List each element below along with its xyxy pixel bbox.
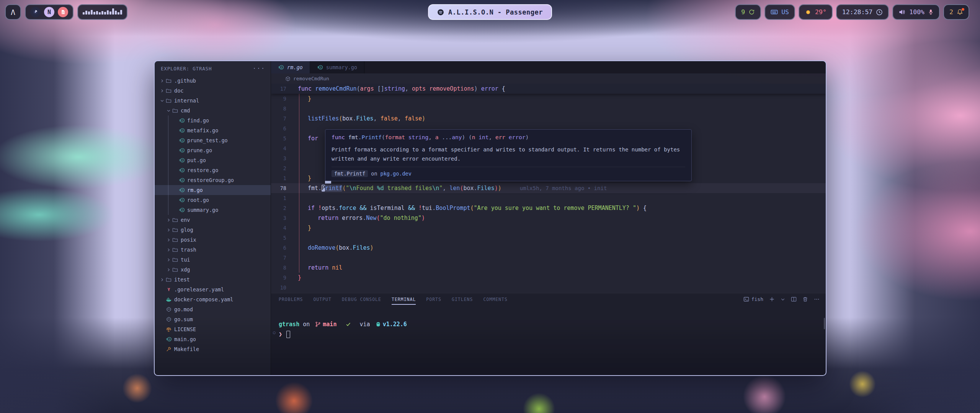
panel-tab-gitlens[interactable]: GITLENS <box>452 297 473 305</box>
panel-tab-terminal[interactable]: TERMINAL <box>392 297 416 305</box>
folder-file-icon <box>165 277 172 283</box>
terminal-content[interactable]: ○ gtrash on main via v1.22.6 ❯ <box>271 305 826 339</box>
code-token: [] <box>374 85 384 92</box>
weather-module[interactable]: 29° <box>799 4 833 20</box>
panel-tab-debug-console[interactable]: DEBUG CONSOLE <box>342 297 381 305</box>
chevron-right-icon[interactable] <box>159 89 165 93</box>
tree-item-main.go[interactable]: Gmain.go <box>155 334 271 344</box>
tree-item-find.go[interactable]: Gfind.go <box>155 115 271 125</box>
chevron-down-icon[interactable] <box>166 109 172 113</box>
tree-item-xdg[interactable]: xdg <box>155 265 271 275</box>
now-playing-module[interactable]: A.L.I.S.O.N - Passenger <box>428 4 552 20</box>
panel-tab-problems[interactable]: PROBLEMS <box>279 297 303 305</box>
tree-item-.goreleaser.yaml[interactable]: Y.goreleaser.yaml <box>155 285 271 294</box>
tree-item-metafix.go[interactable]: Gmetafix.go <box>155 125 271 135</box>
updates-module[interactable]: 9 <box>735 4 761 20</box>
launcher-button[interactable]: Λ <box>5 4 21 20</box>
chevron-right-icon[interactable] <box>166 248 172 252</box>
chevron-right-icon[interactable] <box>166 258 172 262</box>
panel-tab-comments[interactable]: COMMENTS <box>483 297 507 305</box>
tree-item-LICENSE[interactable]: LICENSE <box>155 324 271 334</box>
code-line[interactable]: 10 <box>271 283 826 293</box>
svg-text:G: G <box>181 139 183 142</box>
chevron-down-icon[interactable] <box>781 297 785 302</box>
code-line[interactable]: 9} <box>271 94 826 104</box>
tooltip-link[interactable]: pkg.go.dev <box>381 171 412 177</box>
explorer-more-icon[interactable]: ··· <box>253 65 265 72</box>
tree-item-restore.go[interactable]: Grestore.go <box>155 165 271 175</box>
folder-file-icon <box>172 217 179 223</box>
code-line[interactable]: 7 <box>271 253 826 263</box>
tree-item-restoreGroup.go[interactable]: GrestoreGroup.go <box>155 175 271 185</box>
code-line[interactable]: 8 <box>271 104 826 114</box>
panel-tab-output[interactable]: OUTPUT <box>313 297 332 305</box>
code-line[interactable]: 5 <box>271 233 826 243</box>
code-line[interactable]: 1 <box>271 193 826 203</box>
tree-item-env[interactable]: env <box>155 215 271 225</box>
breadcrumb[interactable]: removeCmdRun <box>271 73 826 84</box>
tree-item-Makefile[interactable]: Makefile <box>155 344 271 354</box>
go-file-icon: G <box>178 167 185 173</box>
chevron-right-icon[interactable] <box>159 278 165 282</box>
workspace-browser-icon[interactable] <box>30 7 41 17</box>
audio-module[interactable]: 100% <box>892 4 940 20</box>
chevron-right-icon[interactable] <box>166 238 172 242</box>
code-line[interactable]: 4} <box>271 223 826 233</box>
tree-item-prune.go[interactable]: Gprune.go <box>155 145 271 155</box>
workspace-notes-icon[interactable] <box>58 7 68 17</box>
code-line[interactable]: 3return errors.New("do nothing") <box>271 213 826 223</box>
tree-item-rm.go[interactable]: Grm.go <box>155 185 271 195</box>
terminal-cursor <box>286 331 290 338</box>
tree-item-go.sum[interactable]: go.sum <box>155 314 271 324</box>
tree-item-internal[interactable]: internal <box>155 96 271 106</box>
code-line[interactable]: 8return nil <box>271 263 826 273</box>
tree-item-root.go[interactable]: Groot.go <box>155 195 271 205</box>
tree-item-cmd[interactable]: cmd <box>155 106 271 115</box>
tree-item-glog[interactable]: glog <box>155 225 271 235</box>
panel-tab-ports[interactable]: PORTS <box>426 297 441 305</box>
tab-rm-go[interactable]: G rm.go <box>271 61 310 73</box>
tree-item-tui[interactable]: tui <box>155 255 271 265</box>
tree-item-.github[interactable]: .github <box>155 76 271 86</box>
shell-indicator[interactable]: fish <box>743 296 763 302</box>
tab-summary-go[interactable]: G summary.go <box>310 61 364 73</box>
chevron-right-icon[interactable] <box>166 228 172 232</box>
chevron-right-icon[interactable] <box>159 79 165 83</box>
new-terminal-icon[interactable] <box>769 296 775 302</box>
code-token: format <box>385 134 408 140</box>
terminal-input-line[interactable]: ❯ <box>279 329 818 339</box>
split-terminal-icon[interactable] <box>791 296 797 302</box>
keyboard-layout-module[interactable]: US <box>764 4 795 20</box>
tree-item-doc[interactable]: doc <box>155 86 271 96</box>
code-line[interactable]: 7listFiles(box.Files, false, false) <box>271 114 826 124</box>
tree-item-summary.go[interactable]: Gsummary.go <box>155 205 271 215</box>
code-content <box>292 233 298 243</box>
code-line[interactable]: 2if !opts.force && isTerminal && !tui.Bo… <box>271 203 826 213</box>
code-line[interactable]: 6doRemove(box.Files) <box>271 243 826 253</box>
notifications-module[interactable]: 2 <box>943 4 969 20</box>
tree-item-trash[interactable]: trash <box>155 245 271 255</box>
line-number: 4 <box>271 223 292 233</box>
terminal-scrollbar[interactable] <box>824 318 825 329</box>
line-number: 1 <box>271 193 292 203</box>
tree-item-prune_test.go[interactable]: Gprune_test.go <box>155 135 271 145</box>
tree-item-go.mod[interactable]: go.mod <box>155 304 271 314</box>
kill-terminal-icon[interactable] <box>802 296 808 302</box>
chevron-right-icon[interactable] <box>166 218 172 222</box>
clock-module[interactable]: 12:28:57 <box>836 4 889 20</box>
workspace-notion-icon[interactable]: N <box>44 7 54 17</box>
go-file-icon: G <box>178 197 185 203</box>
tree-item-put.go[interactable]: Gput.go <box>155 155 271 165</box>
folder-file-icon <box>172 247 179 253</box>
tooltip-link-prefix: on <box>371 171 377 177</box>
panel-more-icon[interactable] <box>814 296 820 302</box>
code-line-current[interactable]: 78fmt.Printf("\nFound %d trashed files\n… <box>271 183 826 193</box>
chevron-down-icon[interactable] <box>159 99 165 103</box>
sticky-scroll-line[interactable]: 17func removeCmdRun(args []string, opts … <box>271 84 826 94</box>
tree-item-itest[interactable]: itest <box>155 275 271 285</box>
code-editor[interactable]: 9}87listFiles(box.Files, false, false)65… <box>271 84 826 293</box>
code-line[interactable]: 9} <box>271 273 826 283</box>
chevron-right-icon[interactable] <box>166 268 172 272</box>
tree-item-docker-compose.yaml[interactable]: docker-compose.yaml <box>155 294 271 304</box>
tree-item-posix[interactable]: posix <box>155 235 271 245</box>
